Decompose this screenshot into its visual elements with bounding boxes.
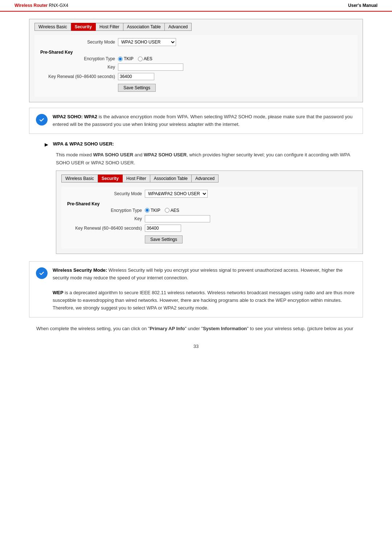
tab-security-1[interactable]: Security	[71, 23, 96, 31]
tab-association-table-2[interactable]: Association Table	[150, 175, 192, 182]
preshared-key-header-2: Pre-Shared Key	[65, 200, 354, 208]
arrow-bold1: WPA SOHO USER	[93, 152, 134, 157]
tab-wireless-basic-2[interactable]: Wireless Basic	[61, 175, 98, 182]
key-row-2: Key	[65, 215, 354, 222]
aes-radio-label-1[interactable]: AES	[138, 56, 152, 61]
notice-body-1: is the advance encryption mode from WPA.…	[53, 114, 352, 127]
encryption-type-row-1: Encryption Type TKIP AES	[38, 56, 354, 61]
tab-bar-2: Wireless Basic Security Host Filter Asso…	[61, 175, 358, 182]
encryption-radio-group-2: TKIP AES	[145, 208, 179, 213]
save-button-1[interactable]: Save Settings	[118, 84, 156, 92]
header-right: User's Manual	[348, 3, 377, 8]
security-mode-row-2: Security Mode WPA&WPA2 SOHO USER	[65, 190, 354, 198]
key-label-1: Key	[38, 65, 118, 70]
panel2-wrapper: Wireless Basic Security Host Filter Asso…	[56, 171, 363, 254]
security-mode-select-1[interactable]: WPA2 SOHO USER	[118, 38, 176, 46]
arrow-body-mid: and	[133, 152, 144, 157]
svg-point-0	[38, 116, 45, 123]
renewal-label-1: Key Renewal (60~86400 seconds)	[38, 74, 118, 79]
svg-point-1	[38, 270, 45, 276]
form-section-1: Security Mode WPA2 SOHO USER Pre-Shared …	[34, 35, 358, 97]
security-mode-label-1: Security Mode	[38, 40, 118, 45]
notice-bold-wep: WEP	[53, 290, 64, 295]
arrow-title: WPA & WPA2 SOHO USER:	[53, 141, 114, 147]
router-panel-1: Wireless Basic Security Host Filter Asso…	[29, 19, 363, 102]
tab-host-filter-1[interactable]: Host Filter	[96, 23, 123, 31]
renewal-row-1: Key Renewal (60~86400 seconds)	[38, 73, 354, 80]
tab-wireless-basic-1[interactable]: Wireless Basic	[34, 23, 71, 31]
bottom-part3: " to see your wireless setup. (picture b…	[247, 326, 353, 331]
tab-association-table-1[interactable]: Association Table	[123, 23, 165, 31]
notice-para-2: WEP is a deprecated algorithm to secure …	[53, 289, 356, 312]
renewal-input-2[interactable]	[145, 225, 181, 232]
router-panel-2: Wireless Basic Security Host Filter Asso…	[56, 171, 363, 254]
notice-box-1: WPA2 SOHO: WPA2 is the advance encryptio…	[29, 108, 363, 134]
key-row-1: Key	[38, 63, 354, 71]
notice-box-2: Wireless Security Mode: Wireless Securit…	[29, 261, 363, 317]
page-number: 33	[29, 344, 363, 356]
notice-text-1: WPA2 SOHO: WPA2 is the advance encryptio…	[53, 113, 356, 128]
product-name: RNX-GX4	[49, 3, 68, 8]
notice-wep-body: is a deprecated algorithm to secure IEEE…	[53, 290, 355, 311]
bottom-bold2: System Information	[203, 326, 247, 331]
security-mode-select-2[interactable]: WPA&WPA2 SOHO USER	[145, 190, 208, 198]
arrow-body-pre: This mode mixed	[56, 152, 93, 157]
tkip-radio-label-2[interactable]: TKIP	[145, 208, 160, 213]
checkmark-icon-1	[36, 114, 48, 126]
tab-bar-1: Wireless Basic Security Host Filter Asso…	[34, 23, 358, 31]
key-input-2[interactable]	[145, 215, 210, 222]
aes-radio-label-2[interactable]: AES	[165, 208, 179, 213]
tab-security-2[interactable]: Security	[98, 175, 123, 182]
tkip-radio-label-1[interactable]: TKIP	[118, 56, 134, 61]
save-row-2: Save Settings	[65, 234, 354, 243]
page-header: Wireless Router RNX-GX4 User's Manual	[0, 0, 392, 12]
save-row-1: Save Settings	[38, 82, 354, 92]
bottom-part2: " under "	[185, 326, 203, 331]
encryption-type-row-2: Encryption Type TKIP AES	[65, 208, 354, 213]
security-mode-row-1: Security Mode WPA2 SOHO USER	[38, 38, 354, 46]
tab-advanced-2[interactable]: Advanced	[192, 175, 219, 182]
tkip-text-1: TKIP	[124, 56, 134, 61]
arrow-section: ► WPA & WPA2 SOHO USER: This mode mixed …	[44, 141, 363, 254]
aes-text-1: AES	[144, 56, 152, 61]
bottom-text: When complete the wireless setting, you …	[29, 325, 363, 333]
aes-radio-2[interactable]	[165, 208, 170, 213]
tkip-text-2: TKIP	[151, 208, 160, 213]
save-button-2[interactable]: Save Settings	[145, 235, 183, 243]
main-content: Wireless Basic Security Host Filter Asso…	[0, 12, 392, 371]
encryption-label-2: Encryption Type	[65, 208, 145, 213]
notice-text-2: Wireless Security Mode: Wireless Securit…	[53, 267, 356, 312]
notice-bold-wireless: Wireless Security Mode:	[53, 267, 107, 273]
tab-advanced-1[interactable]: Advanced	[165, 23, 192, 31]
tkip-radio-1[interactable]	[118, 57, 123, 61]
bottom-bold1: Primary AP Info	[150, 326, 185, 331]
tkip-radio-2[interactable]	[145, 208, 150, 213]
product-label-bold: Wireless Router	[15, 3, 48, 8]
key-label-2: Key	[65, 216, 145, 221]
encryption-label-1: Encryption Type	[38, 56, 118, 61]
preshared-key-header-1: Pre-Shared Key	[38, 48, 354, 56]
aes-radio-1[interactable]	[138, 57, 143, 61]
arrow-header: ► WPA & WPA2 SOHO USER:	[44, 141, 363, 148]
renewal-label-2: Key Renewal (60~86400 seconds)	[65, 226, 145, 231]
tab-host-filter-2[interactable]: Host Filter	[123, 175, 150, 182]
security-mode-label-2: Security Mode	[65, 191, 145, 196]
notice-bold-1: WPA2 SOHO: WPA2	[53, 114, 97, 119]
page: Wireless Router RNX-GX4 User's Manual Wi…	[0, 0, 392, 554]
notice-para-1: Wireless Security Mode: Wireless Securit…	[53, 267, 356, 282]
renewal-input-1[interactable]	[118, 73, 154, 80]
bottom-part1: When complete the wireless setting, you …	[36, 326, 150, 331]
encryption-radio-group-1: TKIP AES	[118, 56, 152, 61]
arrow-bold2: WPA2 SOHO USER	[144, 152, 187, 157]
renewal-row-2: Key Renewal (60~86400 seconds)	[65, 225, 354, 232]
aes-text-2: AES	[171, 208, 179, 213]
header-left: Wireless Router RNX-GX4	[15, 3, 68, 8]
checkmark-icon-2	[36, 267, 48, 279]
key-input-1[interactable]	[118, 63, 183, 71]
arrow-right-icon: ►	[44, 141, 49, 148]
arrow-body: This mode mixed WPA SOHO USER and WPA2 S…	[56, 151, 363, 167]
form-section-2: Security Mode WPA&WPA2 SOHO USER Pre-Sha…	[61, 187, 358, 249]
